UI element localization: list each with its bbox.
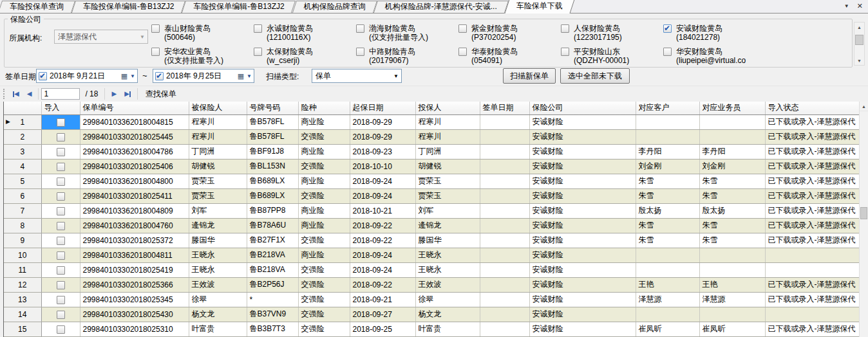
import-checkbox[interactable] [57, 281, 65, 289]
company-checkbox[interactable] [561, 48, 569, 56]
row-selector[interactable]: 5 [4, 174, 41, 188]
scroll-up-icon[interactable]: ▲ [854, 23, 864, 32]
row-selector[interactable]: 14 [4, 307, 41, 322]
table-row[interactable]: 3299840103362018004786丁同洲鲁BF91J8商业险2018-… [4, 144, 859, 159]
company-checkbox[interactable] [254, 48, 262, 56]
scan-type-combobox[interactable]: 保单 ▼ [312, 69, 402, 83]
org-combobox[interactable]: 泽慧源保代 ▼ [54, 30, 148, 44]
column-header[interactable]: 起保日期 [350, 102, 415, 114]
row-selector[interactable]: 13 [4, 292, 41, 307]
table-row[interactable]: 2299840103302018025445程寒川鲁B578FL交强险2018-… [4, 129, 859, 144]
date-from-picker[interactable]: 2018年 9月21日 ▦ ▼ [36, 69, 138, 83]
find-policy-button[interactable]: 查找保单 [140, 87, 182, 100]
import-checkbox[interactable] [57, 178, 65, 186]
row-selector[interactable]: 2 [4, 129, 41, 144]
table-row[interactable]: 12299840103302018025366王效波鲁B2P56J交强险2018… [4, 277, 859, 292]
column-header[interactable] [4, 102, 41, 114]
table-row[interactable]: 13299840103302018025345徐翠*交强险2018-09-21徐… [4, 292, 859, 307]
column-header[interactable]: 险种 [298, 102, 350, 114]
company-checkbox[interactable] [561, 24, 569, 33]
row-selector[interactable]: 10 [4, 248, 41, 262]
row-selector[interactable]: 8 [4, 218, 41, 233]
row-selector[interactable]: ▶1 [4, 114, 41, 129]
first-page-button[interactable]: ◀ [9, 87, 23, 100]
tab-3[interactable]: 车险投保单编辑-鲁B13ZJ2 [184, 1, 294, 13]
table-row[interactable]: 7299840103362018004809刘军鲁B87PP8商业险2018-1… [4, 203, 859, 218]
import-checkbox[interactable] [57, 133, 65, 141]
table-row[interactable]: 9299840103302018025372滕国华鲁B27F1X交强险2018-… [4, 233, 859, 248]
chevron-down-icon[interactable]: ▼ [130, 73, 135, 79]
column-header[interactable]: 导入 [41, 102, 80, 114]
row-selector[interactable]: 7 [4, 203, 41, 218]
date-from-checkbox[interactable] [39, 72, 47, 80]
tab-2[interactable]: 车险投保单编辑-鲁B13ZJ2 [73, 1, 184, 13]
table-row[interactable]: 5299840103362018004800贾荣玉鲁B689LX商业险2018-… [4, 174, 859, 188]
row-selector[interactable]: 11 [4, 262, 41, 277]
row-selector[interactable]: 4 [4, 159, 41, 174]
table-row[interactable]: 15299840103302018025310叶富贵鲁B3B7T3交强险2018… [4, 322, 859, 336]
company-checkbox[interactable] [151, 24, 160, 33]
import-checkbox[interactable] [57, 311, 65, 319]
table-row[interactable]: 6299840103302018025411贾荣玉鲁B689LX交强险2018-… [4, 188, 859, 203]
import-checkbox[interactable] [57, 118, 65, 127]
scroll-up-icon[interactable]: ▲ [860, 102, 868, 111]
company-checkbox[interactable] [458, 24, 467, 33]
table-row[interactable]: 8299840103362018004760逄锦龙鲁B78A6U商业险2018-… [4, 218, 859, 233]
import-checkbox[interactable] [57, 192, 65, 201]
prev-page-button[interactable]: ◀ [23, 87, 36, 100]
import-checkbox[interactable] [57, 163, 65, 171]
company-panel-scrollbar[interactable]: ▲ ▼ [854, 22, 865, 66]
company-checkbox[interactable] [356, 24, 364, 33]
column-header[interactable]: 对应客户 [636, 102, 699, 114]
import-checkbox[interactable] [57, 266, 65, 275]
scan-new-policies-button[interactable]: 扫描新保单 [503, 68, 556, 84]
chevron-down-icon[interactable]: ▼ [247, 73, 252, 79]
company-checkbox[interactable] [458, 48, 467, 56]
table-row[interactable]: 11299840103302018025419王晓永鲁B218VA交强险2018… [4, 262, 859, 277]
scrollbar-thumb[interactable] [860, 207, 867, 219]
import-checkbox[interactable] [57, 207, 65, 215]
column-header[interactable]: 对应业务员 [699, 102, 765, 114]
last-page-button[interactable]: ▶ [120, 87, 135, 100]
table-row[interactable]: ▶1299840103362018004815程寒川鲁B578FL商业险2018… [4, 114, 859, 129]
date-to-checkbox[interactable] [155, 72, 164, 80]
row-selector[interactable]: 3 [4, 144, 41, 159]
column-header[interactable]: 保单编号 [80, 102, 189, 114]
tab-dropdown-icon[interactable]: ▼ [844, 3, 849, 9]
column-header[interactable]: 保险公司 [529, 102, 636, 114]
table-row[interactable]: 10299840103362018004811王晓永鲁B218VA商业险2018… [4, 248, 859, 262]
scroll-down-icon[interactable]: ▼ [854, 56, 864, 65]
row-selector[interactable]: 15 [4, 322, 41, 336]
row-selector[interactable]: 6 [4, 188, 41, 203]
import-checkbox[interactable] [57, 222, 65, 230]
import-checkbox[interactable] [57, 325, 65, 334]
column-header[interactable]: 号牌号码 [247, 102, 298, 114]
select-all-undownloaded-button[interactable]: 选中全部未下载 [560, 68, 630, 84]
tab-4[interactable]: 机构保险品牌查询 [294, 1, 375, 13]
table-row[interactable]: 4299840103302018025406胡健锐鲁BL153N交强险2018-… [4, 159, 859, 174]
import-checkbox[interactable] [57, 237, 65, 245]
tab-1[interactable]: 车险投保单查询 [0, 1, 73, 13]
column-header[interactable]: 投保人 [415, 102, 480, 114]
tab-5[interactable]: 机构保险品牌-泽慧源保代-安诚... [375, 1, 507, 13]
company-checkbox[interactable] [356, 48, 364, 56]
company-checkbox[interactable] [663, 48, 672, 56]
company-checkbox[interactable] [254, 24, 262, 33]
tab-6[interactable]: 车险保单下载 [507, 0, 572, 13]
date-to-picker[interactable]: 2018年 9月25日 ▦ ▼ [153, 69, 254, 83]
close-icon[interactable]: ✕ [857, 2, 863, 10]
company-checkbox[interactable] [663, 24, 672, 33]
row-selector[interactable]: 9 [4, 233, 41, 248]
column-header[interactable]: 被保险人 [189, 102, 247, 114]
column-header[interactable]: 导入状态 [765, 102, 859, 114]
row-selector[interactable]: 12 [4, 277, 41, 292]
import-checkbox[interactable] [57, 148, 65, 156]
column-header[interactable]: 签单日期 [480, 102, 529, 114]
grid-scrollbar[interactable]: ▲ [859, 102, 868, 337]
import-checkbox[interactable] [57, 296, 65, 304]
page-number-input[interactable] [41, 88, 80, 100]
table-row[interactable]: 14299840103302018025430杨文龙鲁B37VN9交强险2018… [4, 307, 859, 322]
next-page-button[interactable]: ▶ [108, 87, 120, 100]
import-checkbox[interactable] [57, 251, 65, 260]
company-checkbox[interactable] [151, 48, 160, 56]
